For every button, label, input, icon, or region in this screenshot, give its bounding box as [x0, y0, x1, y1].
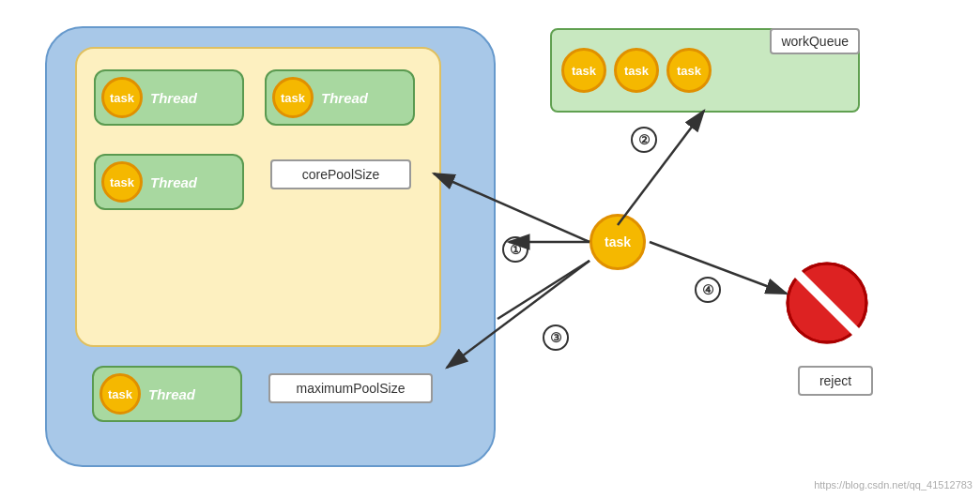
- wq-task-3: task: [666, 48, 712, 93]
- reject-symbol: [785, 261, 869, 345]
- central-task: task: [590, 214, 646, 270]
- thread-cell-2: task Thread: [265, 69, 415, 126]
- task-circle-2: task: [272, 77, 314, 118]
- thread-cell-1: task Thread: [94, 69, 244, 126]
- thread-cell-4: task Thread: [92, 366, 242, 422]
- max-pool-size-label: maximumPoolSize: [268, 373, 433, 403]
- num-circle-2: ②: [631, 127, 657, 153]
- thread-label-4: Thread: [148, 386, 195, 402]
- workqueue-label: workQueue: [770, 28, 860, 54]
- task-circle-4: task: [100, 373, 141, 415]
- num-circle-3: ③: [543, 324, 569, 351]
- core-pool-size-label: corePoolSize: [270, 159, 411, 189]
- pool-outer: task Thread task Thread task Thread c: [45, 26, 496, 467]
- diagram-container: task Thread task Thread task Thread c: [0, 0, 980, 498]
- svg-line-6: [618, 111, 704, 225]
- thread-cell-3: task Thread: [94, 154, 244, 210]
- workqueue-container: task task task workQueue: [550, 28, 860, 113]
- num-circle-1: ①: [502, 236, 528, 263]
- wq-task-2: task: [614, 48, 659, 93]
- num-circle-4: ④: [695, 277, 721, 303]
- reject-label: reject: [798, 366, 873, 396]
- wq-task-1: task: [561, 48, 606, 93]
- thread-label-3: Thread: [150, 174, 197, 190]
- task-circle-1: task: [101, 77, 143, 118]
- watermark: https://blog.csdn.net/qq_41512783: [814, 479, 972, 490]
- svg-line-8: [498, 261, 590, 319]
- thread-label-2: Thread: [321, 90, 368, 106]
- pool-inner: task Thread task Thread task Thread c: [75, 47, 441, 347]
- task-circle-3: task: [101, 161, 143, 203]
- thread-label-1: Thread: [150, 90, 197, 106]
